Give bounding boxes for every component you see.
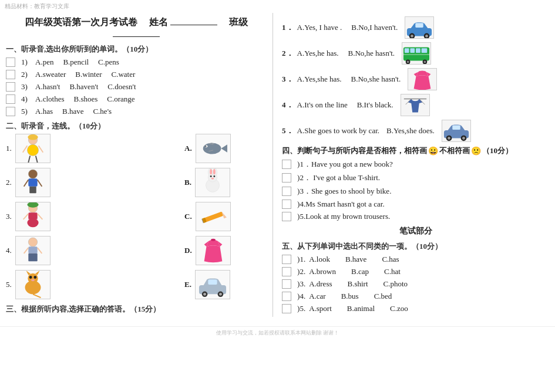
section5-title: 五、从下列单词中选出不同类的一项。（10分） [282,241,549,252]
svg-point-82 [462,137,465,140]
figure-rabbit [195,168,230,197]
list-item: 5． A.She goes to work by car. B.Yes,she … [282,120,549,142]
answer-bracket [282,292,291,301]
svg-point-62 [411,35,413,38]
svg-rect-67 [416,48,421,53]
answer-bracket [6,94,15,104]
figure-dress [196,236,231,265]
match-item: 2. [6,168,88,197]
answer-bracket [282,187,291,196]
section5-items: )1. A.look B.have C.has )2. A.brown B.ca… [282,255,549,313]
svg-point-45 [213,175,215,177]
figure-car [195,270,230,299]
section4-header: 四、判断句子与所听内容是否相符，相符画 😀 不相符画 🙁 （10分） [282,146,549,156]
svg-rect-66 [411,48,415,53]
svg-rect-65 [405,48,409,53]
svg-line-30 [33,294,41,298]
section4-items: )1．Have you got a new book? )2． I've got… [282,159,549,221]
svg-line-5 [36,156,38,163]
svg-point-1 [27,144,38,156]
svg-line-16 [23,214,28,219]
svg-point-29 [31,279,35,281]
image-clothes [401,94,430,116]
svg-rect-78 [452,125,460,130]
list-item: )3．She goes to shool by bike. [282,186,549,197]
list-item: )1．Have you got a new book? [282,159,549,170]
svg-point-34 [205,146,206,147]
match-item: E. [184,270,267,299]
watermark-bottom: 使用学习与交流，如若授权请联系本网站删除 谢谢！ [0,326,555,339]
svg-point-57 [219,293,222,296]
figure-pencil [196,202,231,231]
svg-point-6 [28,134,38,140]
svg-rect-59 [415,23,423,28]
svg-line-21 [23,248,28,254]
list-item: )1. A.look B.have C.has [282,255,549,264]
svg-point-7 [28,170,37,178]
answer-bracket [6,107,15,116]
list-item: )2. A.brown B.cap C.hat [282,267,549,276]
svg-point-28 [33,276,36,279]
watermark-top: 精品材料：教育学习文库 [0,0,555,13]
list-item: 2) A.sweater B.winter C.water [6,70,267,79]
title-text: 四年级英语第一次月考试卷 [25,17,137,27]
svg-point-56 [203,293,206,296]
exam-title: 四年级英语第一次月考试卷 姓名 班级 [6,13,267,39]
written-title: 笔试部分 [282,226,549,236]
answer-bracket [282,173,291,183]
match-item: 3. [6,202,88,231]
section2-title: 二、听录音，连线。（10分） [6,121,267,131]
list-item: )3. A.dress B.shirt C.photo [282,279,549,289]
svg-point-71 [407,60,409,63]
match-item: C. [184,202,267,231]
svg-point-46 [211,178,214,180]
svg-point-18 [28,238,37,246]
svg-line-3 [38,146,43,153]
svg-point-43 [213,169,216,175]
svg-point-31 [203,143,221,154]
match-item: A. [184,134,267,163]
svg-marker-32 [221,144,227,152]
svg-rect-73 [403,54,429,55]
match-item: D. [184,236,267,265]
list-item: 1) A.pen B.pencil C.pens [6,58,267,67]
answer-bracket [6,70,15,79]
list-item: )5. A.sport B.animal C.zoo [282,304,549,313]
svg-point-24 [28,273,38,283]
list-item: )2． I've got a blue T-shirt. [282,173,549,183]
figure-cat [15,270,51,299]
section2-match: 1. 2. [6,134,267,299]
list-item: )4. A.car B.bus C.bed [282,292,549,301]
image-car [405,16,434,39]
list-item: 2． A.Yes,he has. B.No,he hasn't. [282,42,549,65]
svg-line-10 [37,180,42,187]
svg-rect-11 [29,187,36,194]
svg-line-9 [23,180,28,187]
answer-bracket [282,200,291,209]
figure-person4 [15,236,51,265]
list-item: 4． A.It's on the line B.It's black. [282,94,549,116]
svg-point-42 [210,169,212,175]
figure-person1 [15,134,51,163]
list-item: 5) A.has B.have C.he's [6,107,267,116]
image-bus [402,42,431,65]
list-item: )4.Ms Smart hasn't got a car. [282,200,549,209]
match-item: 4. [6,236,88,265]
svg-line-17 [37,214,42,219]
sad-icon: 🙁 [471,146,481,156]
figure-person3 [15,202,51,231]
svg-point-27 [29,276,32,279]
smile-icon: 😀 [428,146,438,156]
answer-bracket [282,212,291,221]
match-item: 1. [6,134,88,163]
svg-rect-20 [28,254,37,261]
svg-point-81 [448,137,450,140]
svg-point-44 [210,175,212,177]
figure-fish [196,134,231,163]
match-item: B. [184,168,267,197]
list-item: 3) A.hasn't B.haven't C.doesn't [6,82,267,92]
answer-bracket [6,82,15,92]
list-item: 1． A.Yes, I have . B.No,I haven't. [282,16,549,39]
svg-point-63 [425,35,428,38]
answer-bracket [282,304,291,313]
